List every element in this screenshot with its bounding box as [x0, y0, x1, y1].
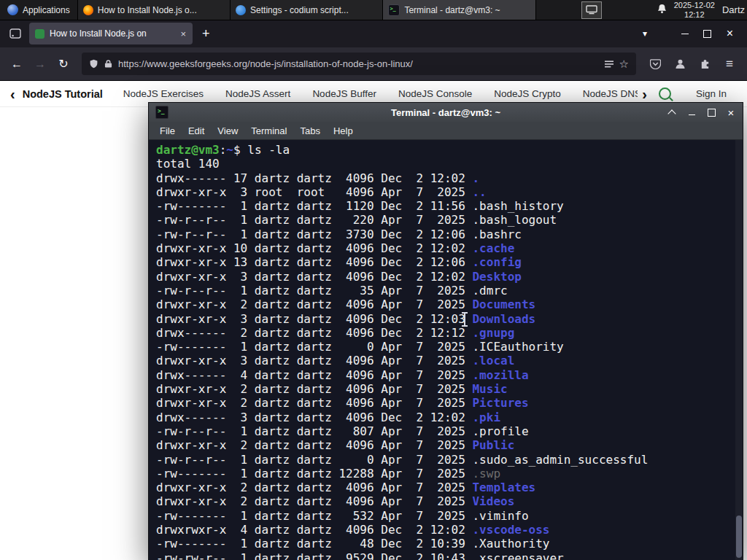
file-name: .gnupg — [472, 326, 514, 340]
terminal-window: Terminal - dartz@vm3: ~ × File Edit View… — [148, 102, 743, 560]
menu-icon[interactable]: ≡ — [718, 54, 741, 74]
terminal-shade-button[interactable] — [667, 107, 677, 117]
file-name: Templates — [472, 481, 535, 494]
terminal-prompt-line: dartz@vm3:~$ ls -la — [156, 143, 732, 157]
terminal-line: drwxr-xr-x 10 dartz dartz 4096 Dec 2 12:… — [156, 241, 732, 255]
panel-clock[interactable]: 2025-12-02 12:12 — [674, 1, 715, 19]
window-taskbar: How to Install Node.js o... Settings - c… — [77, 0, 536, 20]
file-name: Videos — [472, 494, 514, 508]
url-text[interactable]: https://www.geeksforgeeks.org/node-js/in… — [118, 58, 599, 69]
search-icon[interactable] — [659, 88, 671, 100]
terminal-line: drwxrwxr-x 4 dartz dartz 4096 Dec 2 12:0… — [156, 523, 732, 537]
terminal-total-line: total 140 — [156, 157, 732, 171]
new-tab-button[interactable]: + — [197, 27, 215, 40]
file-name: .bash_history — [472, 199, 563, 213]
reader-mode-icon[interactable] — [605, 60, 614, 69]
terminal-line: drwxr-xr-x 2 dartz dartz 4096 Apr 7 2025… — [156, 481, 732, 494]
taskbar-app-icon — [236, 5, 246, 15]
file-name: .Xauthority — [472, 537, 549, 551]
terminal-line: -rw------- 1 dartz dartz 532 Apr 7 2025 … — [156, 509, 732, 523]
terminal-window-title: Terminal - dartz@vm3: ~ — [149, 107, 743, 118]
nav-scroll-left-icon[interactable]: ‹ — [10, 87, 15, 101]
pocket-icon[interactable] — [643, 54, 667, 74]
terminal-line: -rw-r--r-- 1 dartz dartz 0 Apr 7 2025 .s… — [156, 453, 732, 467]
file-name: .bashrc — [472, 228, 521, 241]
list-all-tabs-icon[interactable]: ▾ — [635, 28, 654, 39]
terminal-line: -rw------- 1 dartz dartz 12288 Apr 7 202… — [156, 467, 732, 481]
taskbar-label: Terminal - dartz@vm3: ~ — [404, 5, 500, 15]
terminal-listing: drwx------ 17 dartz dartz 4096 Dec 2 12:… — [156, 171, 732, 560]
terminal-line: drwxr-xr-x 2 dartz dartz 4096 Apr 7 2025… — [156, 494, 732, 508]
tracking-shield-icon[interactable] — [89, 59, 98, 69]
panel-right-area: 2025-12-02 12:12 Dartz — [581, 0, 747, 20]
firefox-view-icon[interactable] — [6, 25, 25, 42]
terminal-line: drwxr-xr-x 2 dartz dartz 4096 Apr 7 2025… — [156, 438, 732, 452]
terminal-line: drwxr-xr-x 3 dartz dartz 4096 Apr 7 2025… — [156, 354, 732, 368]
terminal-menu-item[interactable]: File — [153, 125, 182, 136]
terminal-minimize-button[interactable] — [686, 107, 697, 117]
gfg-nav-links: NodeJS Exercises NodeJS Assert NodeJS Bu… — [123, 88, 638, 99]
terminal-menu-bar: File Edit View Terminal Tabs Help — [149, 122, 743, 140]
gfg-nav-link[interactable]: NodeJS Assert — [225, 88, 290, 99]
terminal-menu-item[interactable]: Edit — [182, 125, 211, 136]
back-button[interactable]: ← — [6, 58, 28, 71]
sign-in-button[interactable]: Sign In — [696, 88, 727, 99]
systray-display-icon[interactable] — [581, 1, 602, 19]
lock-icon[interactable] — [104, 59, 112, 69]
applications-menu-button[interactable]: Applications — [0, 0, 77, 20]
nav-scroll-right-icon[interactable]: › — [642, 87, 647, 101]
gfg-nav-link[interactable]: NodeJS Buffer — [312, 88, 376, 99]
tab-close-icon[interactable]: × — [179, 28, 187, 39]
terminal-line: -rw------- 1 dartz dartz 1120 Dec 2 11:5… — [156, 199, 732, 213]
terminal-menu-item[interactable]: View — [211, 125, 244, 136]
taskbar-button[interactable]: Settings - codium script... — [231, 0, 383, 20]
terminal-line: drwxr-xr-x 2 dartz dartz 4096 Apr 7 2025… — [156, 382, 732, 396]
clock-time: 12:12 — [674, 10, 715, 20]
taskbar-button[interactable]: Terminal - dartz@vm3: ~ — [383, 0, 535, 20]
gfg-nav-link[interactable]: NodeJS Crypto — [494, 88, 561, 99]
taskbar-button[interactable]: How to Install Node.js o... — [78, 0, 231, 20]
forward-button[interactable]: → — [29, 58, 51, 71]
terminal-output[interactable]: dartz@vm3:~$ ls -la total 140 drwx------… — [149, 140, 743, 560]
terminal-scrollbar-thumb[interactable] — [736, 516, 742, 558]
terminal-line: -rw-r--r-- 1 dartz dartz 807 Apr 7 2025 … — [156, 424, 732, 438]
browser-minimize-button[interactable] — [673, 24, 696, 43]
terminal-close-button[interactable]: × — [726, 107, 736, 117]
url-bar[interactable]: https://www.geeksforgeeks.org/node-js/in… — [82, 52, 636, 75]
terminal-menu-item[interactable]: Tabs — [293, 125, 326, 136]
account-icon[interactable] — [668, 54, 692, 74]
terminal-line: drwxr-xr-x 2 dartz dartz 4096 Apr 7 2025… — [156, 396, 732, 410]
applications-icon — [7, 4, 18, 15]
file-name: .dmrc — [472, 284, 507, 298]
applications-label: Applications — [23, 5, 70, 15]
taskbar-label: How to Install Node.js o... — [98, 5, 197, 15]
taskbar-app-icon — [388, 4, 400, 16]
terminal-line: -rw-r--r-- 1 dartz dartz 35 Apr 7 2025 .… — [156, 284, 732, 298]
browser-tab-bar: How to Install Node.js on × + ▾ × — [0, 20, 747, 47]
notification-bell-icon[interactable] — [657, 4, 667, 16]
terminal-menu-item[interactable]: Terminal — [244, 125, 293, 136]
top-panel: Applications How to Install Node.js o...… — [0, 0, 747, 20]
file-name: Pictures — [472, 396, 528, 410]
file-name: Documents — [472, 298, 535, 311]
file-name: Public — [472, 438, 514, 452]
reload-button[interactable]: ↻ — [53, 57, 74, 71]
browser-maximize-button[interactable] — [696, 24, 719, 43]
terminal-menu-item[interactable]: Help — [327, 125, 360, 136]
user-menu[interactable]: Dartz — [722, 4, 745, 15]
extensions-icon[interactable] — [693, 54, 716, 74]
gfg-nav-brand[interactable]: NodeJS Tutorial — [23, 88, 103, 100]
gfg-nav-link[interactable]: NodeJS Exercises — [123, 88, 204, 99]
terminal-scrollbar[interactable] — [735, 140, 743, 560]
file-name: Desktop — [472, 270, 521, 284]
bookmark-star-icon[interactable]: ☆ — [619, 58, 629, 71]
gfg-nav-link[interactable]: NodeJS DNS — [583, 88, 638, 99]
gfg-nav-link[interactable]: NodeJS Console — [398, 88, 472, 99]
terminal-title-bar[interactable]: Terminal - dartz@vm3: ~ × — [149, 103, 743, 122]
terminal-line: drwxr-xr-x 3 root root 4096 Apr 7 2025 .… — [156, 185, 732, 199]
file-name: .profile — [472, 424, 528, 438]
clock-date: 2025-12-02 — [674, 1, 715, 10]
terminal-maximize-button[interactable] — [706, 107, 716, 117]
browser-close-button[interactable]: × — [719, 24, 741, 43]
browser-tab[interactable]: How to Install Node.js on × — [29, 23, 193, 44]
